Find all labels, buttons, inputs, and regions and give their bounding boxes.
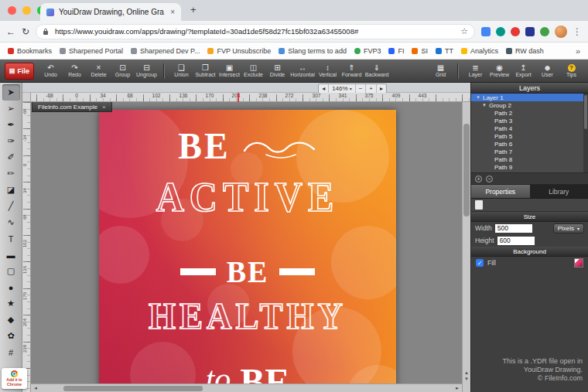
delete-button[interactable]: ×Delete <box>87 60 111 82</box>
browser-menu-icon[interactable]: ⋮ <box>573 27 582 36</box>
ungroup-button[interactable]: ⊟Ungroup <box>135 60 159 82</box>
width-field[interactable] <box>495 224 532 233</box>
zoom-prev-button[interactable]: ◂ <box>319 84 329 93</box>
ellipse-tool[interactable]: ● <box>2 279 20 295</box>
bookmark-item[interactable]: RW dash <box>506 47 544 55</box>
bookmark-item[interactable]: Sharpened Dev P... <box>131 47 200 55</box>
extension-icon-2[interactable] <box>496 27 505 36</box>
grid-button[interactable]: ▦Grid <box>429 60 453 82</box>
zoom-level-dropdown[interactable]: 146%▾ <box>329 84 355 93</box>
document-tab-close-icon[interactable]: × <box>102 104 106 111</box>
extension-icon-4[interactable] <box>525 27 535 36</box>
pen-tool[interactable]: ✒ <box>2 117 20 133</box>
bookmark-item[interactable]: Slang terms to add <box>279 47 347 55</box>
remove-layer-button[interactable]: − <box>486 176 493 182</box>
file-button[interactable]: ▤File <box>5 63 34 80</box>
disclosure-icon[interactable]: ▼ <box>476 95 480 100</box>
subtract-button[interactable]: ❒Subtract <box>193 60 217 82</box>
group-button[interactable]: ⊡Group <box>111 60 135 82</box>
disclosure-icon[interactable]: ▼ <box>482 103 487 107</box>
layer-row[interactable]: Path 4 <box>471 124 588 132</box>
bookmark-item[interactable]: Analytics <box>461 47 498 55</box>
browser-tab[interactable]: YouiDraw Drawing, Online Gra × <box>40 3 181 21</box>
scroll-up-icon[interactable]: ▲ <box>464 370 469 375</box>
layer-row[interactable]: Path 5 <box>471 132 588 140</box>
horizontal-button[interactable]: ↔Horizontal <box>289 60 316 82</box>
export-button[interactable]: ↥Export <box>511 60 535 82</box>
undo-button[interactable]: ↶Undo <box>39 60 63 82</box>
layer-row[interactable]: Path 3 <box>471 117 588 124</box>
polygon-tool[interactable]: ◆ <box>2 312 20 328</box>
canvas-viewport[interactable]: -68 -34 0 34 68 102 136 170 204 238 272 … <box>22 102 470 392</box>
redo-button[interactable]: ↷Redo <box>63 60 87 82</box>
select-tool[interactable]: ➤ <box>2 84 20 101</box>
star-tool[interactable]: ★ <box>2 295 20 312</box>
union-button[interactable]: ❑Union <box>169 60 193 82</box>
profile-avatar[interactable] <box>555 26 567 38</box>
layer-row[interactable]: Path 9 <box>471 163 588 171</box>
bookmark-item[interactable]: Bookmarks <box>8 47 52 55</box>
layer-row[interactable]: ▼Layer 1 <box>471 94 588 101</box>
grid-shape-tool[interactable]: # <box>2 344 20 360</box>
add-to-chrome-badge[interactable]: Add it to Chrome <box>2 368 27 389</box>
tips-button[interactable]: ?Tips <box>559 60 583 82</box>
height-field[interactable] <box>497 237 535 245</box>
direct-select-tool[interactable]: ➢ <box>2 101 20 117</box>
curve-tool[interactable]: ∿ <box>2 214 20 230</box>
bookmark-item[interactable]: FVP3 <box>354 47 381 55</box>
bookmarks-overflow-icon[interactable]: » <box>576 46 580 56</box>
layer-row[interactable]: Path 7 <box>471 148 588 155</box>
vertical-scrollbar[interactable]: ▲ ▼ <box>462 102 470 392</box>
rectangle-tool[interactable]: ▬ <box>2 247 20 263</box>
brush-tool[interactable]: ✐ <box>2 149 20 165</box>
new-tab-button[interactable]: + <box>190 4 197 15</box>
fill-checkbox[interactable]: ✓ <box>476 259 484 267</box>
zoom-next-button[interactable]: ▸ <box>377 84 386 93</box>
url-input[interactable] <box>53 26 456 36</box>
scroll-left-icon[interactable]: ◄ <box>33 386 38 390</box>
window-minimize-button[interactable] <box>22 6 31 15</box>
fill-color-swatch[interactable] <box>574 258 583 268</box>
flower-tool[interactable]: ✿ <box>2 328 20 344</box>
horizontal-scrollbar[interactable]: ◄ ► <box>31 383 462 392</box>
tab-library[interactable]: Library <box>530 185 588 198</box>
layer-list-scrollbar-thumb[interactable] <box>584 95 587 129</box>
layer-row[interactable]: Path 6 <box>471 140 588 148</box>
zoom-in-button[interactable]: + <box>366 84 377 93</box>
bookmark-star-icon[interactable]: ☆ <box>460 26 468 36</box>
text-tool[interactable]: T <box>2 230 20 247</box>
add-layer-button[interactable]: + <box>475 176 482 182</box>
refresh-button[interactable]: ↻ <box>22 26 29 37</box>
layer-row[interactable]: Path 2 <box>471 109 588 117</box>
scroll-down-icon[interactable]: ▼ <box>464 377 469 381</box>
back-button[interactable]: ← <box>6 26 15 37</box>
extension-icon-5[interactable] <box>540 27 549 36</box>
layer-row[interactable]: Path 8 <box>471 155 588 163</box>
horizontal-scrollbar-thumb[interactable] <box>63 386 203 391</box>
document-tab[interactable]: FileInfo.com Example × <box>32 102 112 112</box>
tab-close-icon[interactable]: × <box>170 8 175 16</box>
extension-icon-3[interactable] <box>511 27 520 36</box>
artboard[interactable]: BE ACTIVE BE <box>99 110 396 392</box>
tab-properties[interactable]: Properties <box>471 185 530 198</box>
bookmark-item[interactable]: SI <box>412 47 428 55</box>
bookmark-item[interactable]: FVP Unsubscribe <box>207 47 271 55</box>
line-tool[interactable]: ╱ <box>2 198 20 214</box>
page-icon[interactable] <box>475 200 483 210</box>
backward-button[interactable]: ⇓Backward <box>364 60 390 82</box>
window-close-button[interactable] <box>8 6 16 15</box>
zoom-out-button[interactable]: − <box>356 84 367 93</box>
bookmark-item[interactable]: FI <box>388 47 404 55</box>
preview-button[interactable]: ◉Preview <box>487 60 511 82</box>
layer-list-scrollbar[interactable] <box>583 94 588 172</box>
intersect-button[interactable]: ▣Intersect <box>217 60 241 82</box>
vertical-button[interactable]: ↕Vertical <box>316 60 340 82</box>
omnibox[interactable]: ☆ <box>36 24 475 39</box>
exclude-button[interactable]: ◫Exclude <box>241 60 265 82</box>
vertical-scrollbar-thumb[interactable] <box>463 124 470 216</box>
scroll-right-icon[interactable]: ► <box>455 386 460 390</box>
bookmark-item[interactable]: TT <box>436 47 453 55</box>
forward-button[interactable]: ⇑Forward <box>340 60 364 82</box>
add-anchor-tool[interactable]: ✑ <box>2 133 20 149</box>
layer-row[interactable]: ▼Group 2 <box>471 101 588 109</box>
